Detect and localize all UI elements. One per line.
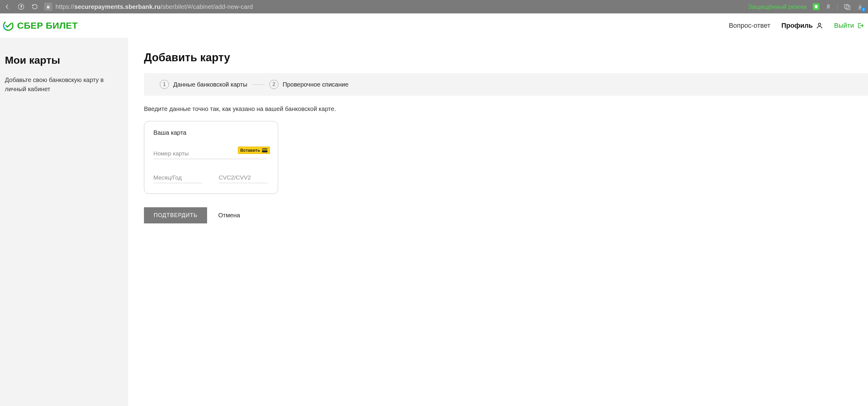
address-bar[interactable]: https://securepayments.sberbank.ru/sberb… bbox=[44, 2, 742, 11]
submit-button[interactable]: ПОДТВЕРДИТЬ bbox=[144, 207, 207, 224]
card-cvc-input[interactable] bbox=[219, 172, 268, 183]
shield-icon[interactable] bbox=[813, 3, 819, 10]
card-expiry-input[interactable] bbox=[153, 172, 202, 183]
bookmark-icon[interactable] bbox=[826, 4, 831, 9]
secure-mode-label[interactable]: Защищённый режим bbox=[748, 3, 807, 10]
extensions-icon[interactable] bbox=[844, 3, 850, 10]
page-title: Добавить карту bbox=[144, 51, 868, 64]
paste-button[interactable]: Вставить bbox=[238, 147, 270, 154]
nav-logout-label: Выйти bbox=[834, 22, 854, 30]
step-separator bbox=[252, 84, 265, 85]
nav-faq[interactable]: Вопрос-ответ bbox=[728, 22, 770, 30]
downloads-count: 3 bbox=[861, 7, 866, 11]
logout-icon bbox=[857, 22, 864, 29]
step-2-number: 2 bbox=[269, 80, 278, 89]
sidebar: Мои карты Добавьте свою банковскую карту… bbox=[0, 38, 128, 406]
yandex-icon[interactable] bbox=[18, 3, 24, 10]
step-1-number: 1 bbox=[160, 80, 169, 89]
browser-toolbar: https://securepayments.sberbank.ru/sberb… bbox=[0, 0, 868, 13]
url-prefix: https:// bbox=[56, 3, 74, 10]
steps: 1 Данные банковской карты 2 Проверочное … bbox=[144, 73, 868, 96]
lock-icon bbox=[44, 2, 53, 11]
brand-logo[interactable]: СБЕР БИЛЕТ bbox=[2, 20, 78, 31]
step-1-label: Данные банковской карты bbox=[173, 81, 247, 88]
step-2: 2 Проверочное списание bbox=[269, 80, 349, 89]
url-path: /sberbilet/#/cabinet/add-new-card bbox=[161, 3, 253, 10]
nav-profile[interactable]: Профиль bbox=[781, 22, 823, 30]
svg-rect-1 bbox=[844, 5, 848, 8]
nav-logout[interactable]: Выйти bbox=[834, 22, 864, 30]
svg-rect-2 bbox=[846, 5, 850, 9]
site-header: СБЕР БИЛЕТ Вопрос-ответ Профиль Выйти bbox=[0, 13, 868, 38]
downloads-icon[interactable]: 3 bbox=[857, 3, 864, 10]
reload-icon[interactable] bbox=[32, 4, 38, 10]
card-form: Ваша карта Вставить bbox=[144, 121, 278, 194]
url-text: https://securepayments.sberbank.ru/sberb… bbox=[56, 3, 253, 10]
url-host: securepayments.sberbank.ru bbox=[74, 3, 161, 10]
card-form-title: Ваша карта bbox=[153, 129, 269, 136]
sidebar-title: Мои карты bbox=[5, 54, 123, 66]
back-icon[interactable] bbox=[4, 4, 10, 10]
form-hint: Введите данные точно так, как указано на… bbox=[144, 105, 868, 112]
step-1: 1 Данные банковской карты bbox=[160, 80, 247, 89]
step-2-label: Проверочное списание bbox=[283, 81, 349, 88]
sidebar-subtitle: Добавьте свою банковскую карту в личный … bbox=[5, 75, 123, 94]
sber-logo-icon bbox=[2, 20, 14, 31]
user-icon bbox=[816, 22, 823, 29]
main: Добавить карту 1 Данные банковской карты… bbox=[128, 38, 868, 406]
svg-point-5 bbox=[818, 23, 821, 26]
brand-text: СБЕР БИЛЕТ bbox=[17, 21, 78, 31]
paste-button-label: Вставить bbox=[240, 148, 260, 153]
cancel-button[interactable]: Отмена bbox=[218, 212, 240, 219]
nav-profile-label: Профиль bbox=[781, 22, 813, 30]
credit-card-icon bbox=[262, 148, 268, 153]
